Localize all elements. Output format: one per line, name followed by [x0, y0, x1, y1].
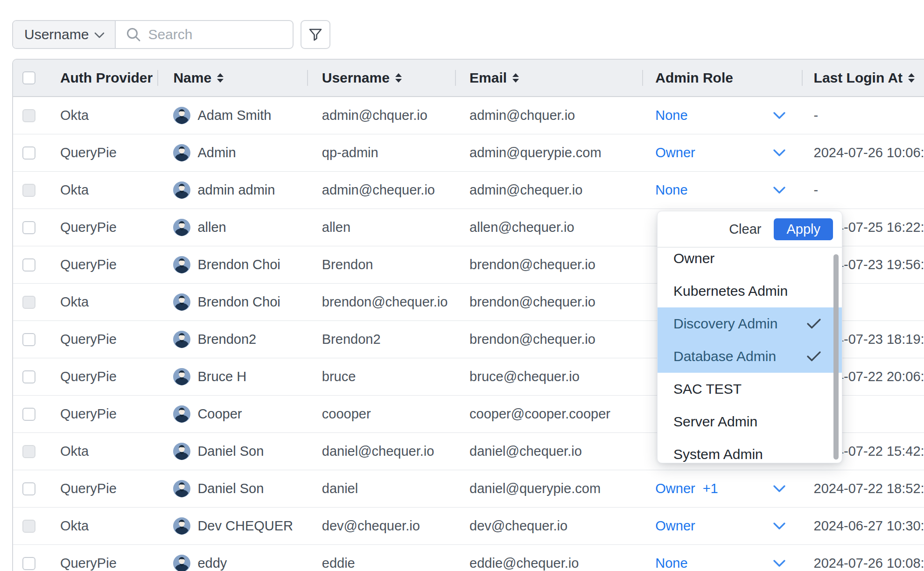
- chevron-down-icon[interactable]: [773, 522, 786, 530]
- column-header-email[interactable]: Email: [455, 60, 642, 96]
- row-checkbox: [22, 109, 35, 122]
- row-checkbox-cell: [13, 396, 48, 432]
- sort-icon[interactable]: [512, 73, 519, 83]
- admin-role-value[interactable]: Owner: [655, 481, 695, 496]
- column-header-role: Admin Role: [642, 60, 801, 96]
- auth-provider-cell: Okta: [48, 508, 158, 544]
- column-label: Last Login At: [814, 70, 903, 86]
- admin-role-cell: Owner+1: [642, 470, 801, 507]
- name-cell: Dev CHEQUER: [157, 508, 307, 544]
- admin-role-value[interactable]: None: [655, 556, 687, 571]
- auth-provider-cell: QueryPie: [48, 246, 158, 283]
- chevron-down-icon[interactable]: [773, 559, 786, 568]
- row-checkbox[interactable]: [22, 221, 35, 234]
- filter-button[interactable]: [301, 20, 330, 49]
- name-cell: Cooper: [157, 396, 307, 432]
- user-avatar-icon: [173, 368, 190, 385]
- search-group: Username Search: [12, 20, 294, 49]
- chevron-down-icon[interactable]: [773, 485, 786, 493]
- username-cell: Brendon: [307, 246, 455, 283]
- user-avatar-icon: [173, 144, 190, 161]
- search-field-selector[interactable]: Username: [13, 21, 116, 48]
- user-avatar-icon: [173, 256, 190, 273]
- name-cell: Admin: [157, 134, 307, 171]
- chevron-down-icon[interactable]: [773, 149, 786, 157]
- admin-role-value[interactable]: None: [655, 108, 687, 123]
- name-cell: allen: [157, 209, 307, 246]
- role-option-label: Server Admin: [673, 414, 757, 430]
- row-checkbox: [22, 184, 35, 197]
- role-option[interactable]: Owner: [658, 248, 842, 275]
- chevron-down-icon: [94, 32, 105, 39]
- row-checkbox[interactable]: [22, 333, 35, 346]
- user-name: admin admin: [197, 182, 275, 198]
- role-option[interactable]: System Admin: [658, 438, 842, 463]
- user-name: Brendon Choi: [197, 294, 280, 310]
- table-header: Auth ProviderNameUsernameEmailAdmin Role…: [13, 60, 924, 97]
- last-login-cell: 2024-07-22 18:52:3: [802, 470, 924, 507]
- column-label: Admin Role: [655, 70, 733, 86]
- row-checkbox-cell: [13, 433, 48, 470]
- name-cell: Brendon2: [157, 321, 307, 358]
- admin-users-page: { "filter_bar": { "field_label": "Userna…: [0, 0, 924, 571]
- column-header-username[interactable]: Username: [307, 60, 455, 96]
- username-cell: eddie: [307, 545, 455, 571]
- admin-role-value[interactable]: Owner: [655, 145, 695, 160]
- chevron-down-icon[interactable]: [773, 186, 786, 195]
- row-checkbox[interactable]: [22, 408, 35, 421]
- apply-button[interactable]: Apply: [774, 218, 833, 240]
- search-placeholder: Search: [148, 27, 192, 42]
- admin-role-cell: Owner: [642, 508, 801, 544]
- username-cell: brendon@chequer.io: [307, 284, 455, 320]
- row-checkbox-cell: [13, 172, 48, 209]
- column-header-last_login[interactable]: Last Login At: [802, 60, 924, 96]
- email-cell: daniel@querypie.com: [455, 470, 642, 507]
- row-checkbox[interactable]: [22, 370, 35, 383]
- row-checkbox[interactable]: [22, 146, 35, 160]
- admin-role-cell: None: [642, 172, 801, 209]
- email-cell: brendon@chequer.io: [455, 246, 642, 283]
- admin-role-value[interactable]: None: [655, 182, 687, 198]
- dropdown-scrollbar[interactable]: [833, 254, 839, 460]
- user-avatar-icon: [173, 293, 190, 311]
- role-option[interactable]: Kubernetes Admin: [658, 275, 842, 307]
- row-checkbox-cell: [13, 284, 48, 320]
- role-option[interactable]: SAC TEST: [658, 373, 842, 405]
- table-row: QueryPie Daniel Sondanieldaniel@querypie…: [13, 470, 924, 508]
- auth-provider-cell: QueryPie: [48, 321, 158, 358]
- row-checkbox-cell: [13, 508, 48, 544]
- row-checkbox[interactable]: [22, 557, 35, 570]
- chevron-down-icon[interactable]: [773, 111, 786, 120]
- sort-icon[interactable]: [217, 73, 224, 83]
- user-name: Dev CHEQUER: [197, 518, 293, 534]
- role-option[interactable]: Discovery Admin: [658, 307, 842, 340]
- username-cell: coooper: [307, 396, 455, 432]
- row-checkbox[interactable]: [22, 258, 35, 272]
- role-option[interactable]: Database Admin: [658, 340, 842, 373]
- admin-role-value[interactable]: Owner: [655, 518, 695, 534]
- checkmark-icon: [806, 318, 821, 329]
- user-name: Adam Smith: [197, 108, 271, 123]
- auth-provider-cell: QueryPie: [48, 358, 158, 395]
- email-cell: admin@chquer.io: [455, 97, 642, 134]
- auth-provider-cell: Okta: [48, 284, 158, 320]
- funnel-icon: [308, 27, 323, 42]
- user-name: allen: [197, 220, 226, 235]
- column-header-name[interactable]: Name: [157, 60, 307, 96]
- auth-provider-cell: QueryPie: [48, 396, 158, 432]
- username-cell: dev@chequer.io: [307, 508, 455, 544]
- select-all-checkbox[interactable]: [22, 71, 35, 84]
- admin-role-extra-count[interactable]: +1: [703, 481, 718, 496]
- search-input[interactable]: Search: [116, 21, 293, 48]
- clear-button[interactable]: Clear: [729, 222, 761, 237]
- user-name: Brendon2: [197, 332, 256, 347]
- user-name: Daniel Son: [197, 481, 264, 496]
- role-option[interactable]: Server Admin: [658, 405, 842, 438]
- filter-bar: Username Search: [12, 20, 330, 49]
- column-label: Email: [469, 70, 507, 86]
- sort-icon[interactable]: [395, 73, 402, 83]
- email-cell: brendon@chequer.io: [455, 284, 642, 320]
- role-option-label: Owner: [673, 251, 714, 266]
- row-checkbox[interactable]: [22, 482, 35, 495]
- sort-icon[interactable]: [908, 73, 915, 83]
